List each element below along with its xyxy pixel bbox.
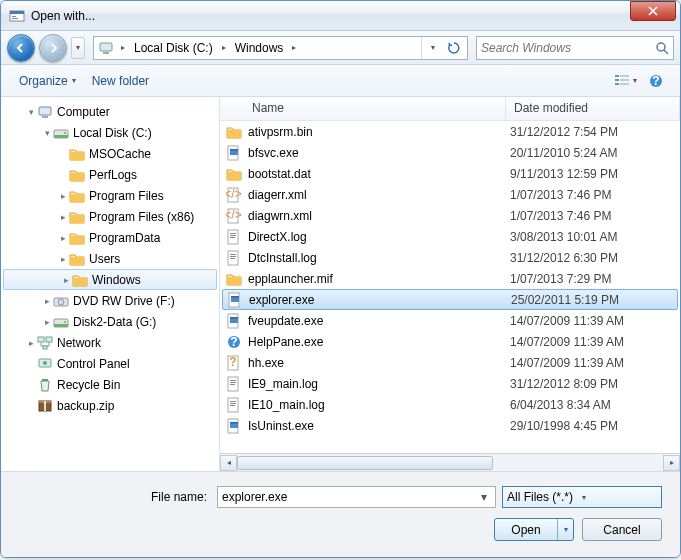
view-menu[interactable]: ▾: [612, 69, 640, 93]
tree-item[interactable]: MSOCache: [1, 143, 219, 164]
col-name[interactable]: Name: [220, 97, 506, 120]
file-name: IsUninst.exe: [248, 419, 510, 433]
svg-rect-47: [230, 256, 236, 257]
tree-item[interactable]: ▸ProgramData: [1, 227, 219, 248]
file-row[interactable]: fveupdate.exe14/07/2009 11:39 AM: [220, 310, 680, 331]
tree-item[interactable]: ▾Local Disk (C:): [1, 122, 219, 143]
filename-input[interactable]: [222, 490, 477, 504]
back-button[interactable]: [7, 34, 35, 62]
expand-icon[interactable]: ▸: [41, 317, 53, 327]
tree-label: Network: [57, 336, 101, 350]
tree-item[interactable]: ▸Program Files (x86): [1, 206, 219, 227]
file-row[interactable]: ativpsrm.bin31/12/2012 7:54 PM: [220, 121, 680, 142]
file-name: bfsvc.exe: [248, 146, 510, 160]
expand-icon[interactable]: ▸: [57, 254, 69, 264]
chevron-right-icon[interactable]: ▸: [217, 43, 231, 52]
file-row[interactable]: explorer.exe25/02/2011 5:19 PM: [222, 289, 678, 310]
open-split-dropdown[interactable]: ▾: [557, 519, 573, 540]
filename-dropdown[interactable]: ▾: [477, 490, 491, 504]
file-row[interactable]: IsUninst.exe29/10/1998 4:45 PM: [220, 415, 680, 436]
svg-rect-9: [615, 79, 619, 81]
svg-rect-15: [39, 107, 51, 115]
file-icon: [226, 124, 242, 140]
scroll-left-button[interactable]: ◂: [220, 455, 237, 471]
search-box[interactable]: [476, 36, 674, 60]
file-date: 1/07/2013 7:46 PM: [510, 188, 680, 202]
exe-icon: [226, 313, 242, 329]
file-row[interactable]: IE9_main.log31/12/2012 8:09 PM: [220, 373, 680, 394]
file-row[interactable]: ?HelpPane.exe14/07/2009 11:39 AM: [220, 331, 680, 352]
folder-icon: [69, 188, 85, 204]
file-row[interactable]: DtcInstall.log31/12/2012 6:30 PM: [220, 247, 680, 268]
tree-item[interactable]: ▸Program Files: [1, 185, 219, 206]
file-row[interactable]: bfsvc.exe20/11/2010 5:24 AM: [220, 142, 680, 163]
file-row[interactable]: </>diagwrn.xml1/07/2013 7:46 PM: [220, 205, 680, 226]
scroll-right-button[interactable]: ▸: [663, 455, 680, 471]
breadcrumb-seg-c[interactable]: Local Disk (C:): [130, 37, 217, 59]
file-icon: [226, 166, 242, 182]
tree-item[interactable]: ▸Windows: [3, 269, 217, 290]
col-date[interactable]: Date modified: [506, 97, 680, 120]
file-name: diagwrn.xml: [248, 209, 510, 223]
help-button[interactable]: ?: [642, 69, 670, 93]
file-icon: [226, 271, 242, 287]
expand-icon[interactable]: ▸: [41, 296, 53, 306]
file-row[interactable]: bootstat.dat9/11/2013 12:59 PM: [220, 163, 680, 184]
footer: File name: ▾ All Files (*.*) ▾ Open ▾ Ca…: [1, 472, 680, 557]
expand-icon[interactable]: ▸: [25, 338, 37, 348]
tree-item[interactable]: Recycle Bin: [1, 374, 219, 395]
open-button[interactable]: Open ▾: [494, 518, 574, 541]
nav-history-dropdown[interactable]: ▾: [71, 37, 85, 59]
file-date: 6/04/2013 8:34 AM: [510, 398, 680, 412]
file-row[interactable]: ?hh.exe14/07/2009 11:39 AM: [220, 352, 680, 373]
chevron-right-icon[interactable]: ▸: [116, 43, 130, 52]
scroll-thumb[interactable]: [237, 456, 493, 470]
tree-item[interactable]: PerfLogs: [1, 164, 219, 185]
search-input[interactable]: [481, 41, 655, 55]
folder-tree[interactable]: ▾Computer▾Local Disk (C:)MSOCachePerfLog…: [1, 97, 220, 471]
new-folder-button[interactable]: New folder: [84, 70, 157, 92]
close-button[interactable]: [630, 1, 676, 21]
dvd-icon: [53, 293, 69, 309]
file-row[interactable]: epplauncher.mif1/07/2013 7:29 PM: [220, 268, 680, 289]
log-icon: [226, 250, 242, 266]
expand-icon[interactable]: ▸: [60, 275, 72, 285]
expand-icon[interactable]: ▸: [57, 233, 69, 243]
tree-item[interactable]: backup.zip: [1, 395, 219, 416]
folder-icon: [69, 230, 85, 246]
breadcrumb[interactable]: ▸ Local Disk (C:) ▸ Windows ▸ ▾: [93, 36, 468, 60]
expand-icon[interactable]: ▾: [41, 128, 53, 138]
organize-menu[interactable]: Organize ▾: [11, 70, 84, 92]
breadcrumb-seg-windows[interactable]: Windows: [231, 37, 288, 59]
tree-item[interactable]: ▸Network: [1, 332, 219, 353]
tree-label: Control Panel: [57, 357, 130, 371]
chevron-right-icon[interactable]: ▸: [287, 43, 301, 52]
expand-icon[interactable]: ▸: [57, 191, 69, 201]
tree-label: Windows: [92, 273, 141, 287]
svg-text:</>: </>: [226, 208, 242, 222]
filename-combo[interactable]: ▾: [217, 486, 496, 508]
file-rows[interactable]: ativpsrm.bin31/12/2012 7:54 PMbfsvc.exe2…: [220, 121, 680, 453]
file-date: 31/12/2012 7:54 PM: [510, 125, 680, 139]
tree-item[interactable]: ▸Users: [1, 248, 219, 269]
filter-combo[interactable]: All Files (*.*) ▾: [502, 486, 662, 508]
expand-icon[interactable]: ▸: [57, 212, 69, 222]
svg-rect-10: [620, 79, 629, 81]
tree-item[interactable]: ▸Disk2-Data (G:): [1, 311, 219, 332]
expand-icon[interactable]: ▾: [25, 107, 37, 117]
file-name: HelpPane.exe: [248, 335, 510, 349]
svg-rect-1: [10, 11, 24, 14]
file-row[interactable]: IE10_main.log6/04/2013 8:34 AM: [220, 394, 680, 415]
file-name: IE10_main.log: [248, 398, 510, 412]
file-row[interactable]: </>diagerr.xml1/07/2013 7:46 PM: [220, 184, 680, 205]
svg-rect-8: [620, 75, 629, 77]
cancel-button[interactable]: Cancel: [582, 518, 662, 541]
breadcrumb-dropdown[interactable]: ▾: [421, 37, 443, 59]
tree-item[interactable]: ▸DVD RW Drive (F:): [1, 290, 219, 311]
refresh-button[interactable]: [443, 37, 465, 59]
forward-button[interactable]: [39, 34, 67, 62]
h-scrollbar[interactable]: ◂ ▸: [220, 453, 680, 471]
file-row[interactable]: DirectX.log3/08/2013 10:01 AM: [220, 226, 680, 247]
tree-item[interactable]: ▾Computer: [1, 101, 219, 122]
tree-item[interactable]: Control Panel: [1, 353, 219, 374]
